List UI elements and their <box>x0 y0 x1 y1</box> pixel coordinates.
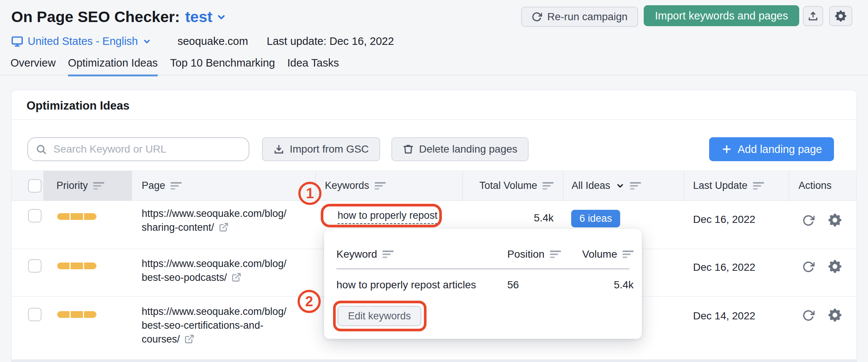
page-title-text: On Page SEO Checker: <box>11 8 180 26</box>
delete-landing-pages-button[interactable]: Delete landing pages <box>391 137 529 161</box>
ideas-badge[interactable]: 6 ideas <box>571 210 620 227</box>
sort-icon[interactable] <box>542 182 554 190</box>
column-label-keywords: Keywords <box>325 180 369 191</box>
column-header-total-volume[interactable]: Total Volume <box>462 171 554 200</box>
priority-indicator <box>57 311 96 318</box>
rerun-campaign-button[interactable]: Re-run campaign <box>521 7 638 27</box>
column-divider <box>563 171 563 200</box>
last-update-value: Dec 14, 2022 <box>693 310 755 322</box>
select-all-cell <box>28 171 41 200</box>
report-tabs: Overview Optimization Ideas Top 10 Bench… <box>10 57 339 76</box>
campaign-settings-button[interactable] <box>829 6 852 26</box>
external-link-icon[interactable] <box>231 272 241 282</box>
column-label-total-volume: Total Volume <box>479 180 537 191</box>
popup-column-header-volume[interactable]: Volume <box>548 248 634 260</box>
page-url: https://www.seoquake.com/blog/ best-seo-… <box>142 257 286 285</box>
column-label-actions: Actions <box>798 180 832 191</box>
row-checkbox[interactable] <box>28 308 41 321</box>
popup-keyword-value: how to properly repost articles <box>336 279 476 291</box>
column-label-last-update: Last Update <box>693 180 748 191</box>
tabs-divider <box>0 75 868 75</box>
next-row-edge <box>12 359 856 362</box>
import-from-gsc-label: Import from GSC <box>290 143 369 155</box>
tab-top10-benchmarking[interactable]: Top 10 Benchmarking <box>170 57 275 76</box>
column-label-page: Page <box>142 180 165 191</box>
edit-keywords-button[interactable]: Edit keywords <box>338 306 421 326</box>
on-page-seo-checker-screen: On Page SEO Checker: test Re-run campaig… <box>0 0 868 362</box>
page-url: https://www.seoquake.com/blog/ sharing-c… <box>142 207 286 234</box>
column-label-priority: Priority <box>56 180 88 191</box>
refresh-icon[interactable] <box>802 309 815 322</box>
sort-icon[interactable] <box>93 182 104 190</box>
tab-idea-tasks[interactable]: Idea Tasks <box>287 57 339 76</box>
sort-icon[interactable] <box>170 182 182 190</box>
chevron-down-icon <box>616 181 625 190</box>
priority-indicator <box>57 213 96 220</box>
last-update-text: Last update: Dec 16, 2022 <box>267 35 394 47</box>
plus-icon <box>721 144 732 155</box>
import-keywords-pages-label: Import keywords and pages <box>655 10 788 22</box>
column-divider <box>316 171 316 200</box>
row-checkbox[interactable] <box>28 209 41 223</box>
delete-landing-pages-label: Delete landing pages <box>419 143 517 155</box>
upload-icon <box>807 10 819 22</box>
column-divider <box>789 171 789 200</box>
sort-icon[interactable] <box>622 251 634 258</box>
import-from-gsc-button[interactable]: Import from GSC <box>262 137 380 161</box>
select-all-checkbox[interactable] <box>28 179 41 193</box>
page-url: https://www.seoquake.com/blog/ best-seo-… <box>142 305 286 346</box>
sort-icon[interactable] <box>382 251 394 258</box>
tab-optimization-ideas[interactable]: Optimization Ideas <box>68 57 158 76</box>
campaign-domain: seoquake.com <box>178 35 248 47</box>
total-volume-value: 5.4k <box>462 212 554 224</box>
sort-icon[interactable] <box>375 182 386 190</box>
search-input[interactable] <box>53 143 241 156</box>
monitor-icon <box>11 36 23 47</box>
column-divider <box>462 171 463 200</box>
chevron-down-icon <box>216 12 227 22</box>
card-divider <box>12 119 856 120</box>
import-keywords-pages-button[interactable]: Import keywords and pages <box>644 5 799 26</box>
card-heading: Optimization Ideas <box>27 99 130 113</box>
gear-icon <box>835 10 846 22</box>
column-divider <box>684 171 684 200</box>
refresh-icon[interactable] <box>802 261 815 273</box>
tab-overview[interactable]: Overview <box>10 57 56 76</box>
refresh-icon <box>532 12 542 22</box>
export-button[interactable] <box>803 6 823 26</box>
keyword-link[interactable]: how to properly repost <box>338 210 437 224</box>
row-checkbox[interactable] <box>28 259 41 273</box>
table-header: Priority Page Keywords Total Volume All … <box>12 171 856 201</box>
popup-volume-value: 5.4k <box>548 279 634 291</box>
gear-icon[interactable] <box>828 309 841 322</box>
add-landing-page-label: Add landing page <box>738 143 822 156</box>
column-header-last-update[interactable]: Last Update <box>693 171 764 200</box>
sort-icon[interactable] <box>753 182 764 190</box>
gear-icon[interactable] <box>828 260 841 273</box>
search-box <box>27 137 249 161</box>
page-title: On Page SEO Checker: test <box>11 8 227 26</box>
add-landing-page-button[interactable]: Add landing page <box>709 137 834 161</box>
column-header-page[interactable]: Page <box>142 171 182 200</box>
last-update-value: Dec 16, 2022 <box>693 214 755 226</box>
popup-column-header-keyword[interactable]: Keyword <box>336 248 394 260</box>
campaign-selector[interactable]: test <box>185 8 227 26</box>
location-selector[interactable]: United States - English <box>11 35 151 47</box>
rerun-campaign-label: Re-run campaign <box>547 11 628 23</box>
search-icon <box>36 144 47 155</box>
column-header-priority[interactable]: Priority <box>43 171 132 200</box>
external-link-icon[interactable] <box>184 334 194 344</box>
campaign-subheader: United States - English seoquake.com Las… <box>11 35 394 47</box>
gear-icon[interactable] <box>828 214 841 227</box>
column-header-actions: Actions <box>798 171 832 200</box>
column-header-keywords[interactable]: Keywords <box>325 171 386 200</box>
external-link-icon[interactable] <box>219 222 229 232</box>
keywords-popup: Keyword Position Volume how to properly … <box>324 229 642 339</box>
column-header-all-ideas[interactable]: All Ideas <box>572 171 641 200</box>
popup-column-label-volume: Volume <box>582 248 617 260</box>
popup-position-value: 56 <box>507 279 519 291</box>
column-label-all-ideas: All Ideas <box>572 180 610 191</box>
sort-icon[interactable] <box>630 182 641 190</box>
refresh-icon[interactable] <box>802 214 815 227</box>
popup-divider <box>336 269 630 269</box>
